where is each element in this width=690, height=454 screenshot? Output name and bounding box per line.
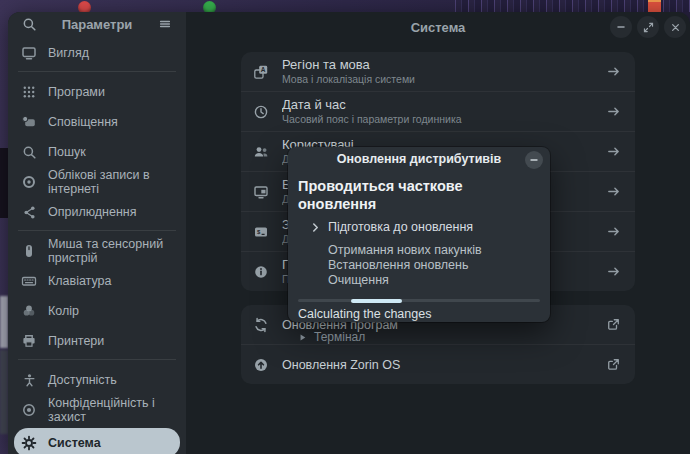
row-date-time[interactable]: Дата й час Часовий пояс і параметри годи… xyxy=(241,91,635,131)
sidebar-item-online-accounts[interactable]: Облікові записи в інтернеті xyxy=(14,170,180,194)
color-circles-icon xyxy=(21,303,37,319)
upgrade-step: Отримання нових пакунків xyxy=(310,242,540,257)
wallpaper-blob xyxy=(0,350,8,434)
step-label: Встановлення оновлень xyxy=(328,258,468,272)
online-accounts-icon xyxy=(21,174,37,190)
dialog-minimize-button[interactable] xyxy=(525,151,543,169)
printer-icon xyxy=(21,333,37,349)
sidebar-item-label: Оприлюднення xyxy=(48,205,137,219)
sidebar-item-color[interactable]: Колір xyxy=(14,299,180,323)
sidebar-item-label: Клавіатура xyxy=(48,274,112,288)
sidebar-item-label: Миша та сенсорний пристрій xyxy=(48,237,173,265)
sidebar-item-search[interactable]: Пошук xyxy=(14,140,180,164)
sidebar-item-accessibility[interactable]: Доступність xyxy=(14,368,180,392)
sidebar-item-label: Система xyxy=(48,436,101,450)
sidebar-item-applications[interactable]: Програми xyxy=(14,80,180,104)
window-controls xyxy=(610,16,686,38)
dialog-title: Оновлення дистрибутивів xyxy=(337,152,501,166)
upgrade-step-current: Підготовка до оновлення xyxy=(310,219,540,235)
apps-grid-icon xyxy=(21,84,37,100)
upgrade-step: Очищення xyxy=(310,272,540,287)
zorin-upgrade-icon xyxy=(253,357,269,373)
sidebar-item-system[interactable]: Система xyxy=(14,428,180,454)
close-icon xyxy=(669,21,682,34)
sidebar-nav: Вигляд Програми Сповіщення Пошук xyxy=(8,33,186,454)
arrow-right-icon xyxy=(606,144,621,159)
dialog-body: Проводиться часткове оновлення Підготовк… xyxy=(288,171,550,344)
main-menu-button[interactable] xyxy=(156,15,174,33)
mouse-icon xyxy=(21,243,37,259)
svg-text:A: A xyxy=(261,66,266,73)
privacy-icon xyxy=(21,402,37,418)
sidebar-item-notifications[interactable]: Сповіщення xyxy=(14,110,180,134)
clock-icon xyxy=(253,104,269,120)
sidebar-item-label: Конфіденційність і захист xyxy=(48,396,173,424)
upgrade-steps: Підготовка до оновлення Отримання нових … xyxy=(310,219,540,287)
arrow-right-icon xyxy=(606,104,621,119)
chevron-right-icon xyxy=(310,222,321,233)
minimize-button[interactable] xyxy=(610,16,632,38)
search-button[interactable] xyxy=(20,15,38,33)
terminal-icon: $ xyxy=(253,224,269,240)
users-icon xyxy=(253,144,269,160)
sidebar-item-privacy[interactable]: Конфіденційність і захист xyxy=(14,398,180,422)
accessibility-icon xyxy=(21,372,37,388)
terminal-expander[interactable]: Термінал xyxy=(298,330,540,344)
sidebar-divider xyxy=(18,359,176,360)
triangle-right-icon xyxy=(298,333,307,342)
info-icon xyxy=(253,264,269,280)
notifications-icon xyxy=(21,114,37,130)
wallpaper-ember xyxy=(648,0,661,12)
sidebar-item-appearance[interactable]: Вигляд xyxy=(14,41,180,65)
upgrade-progress-fill xyxy=(351,299,402,303)
sidebar-divider xyxy=(18,71,176,72)
sidebar: Параметри Вигляд Програми xyxy=(8,12,186,454)
display-icon xyxy=(21,45,37,61)
sidebar-item-label: Сповіщення xyxy=(48,115,118,129)
row-zorin-os-upgrade[interactable]: Оновлення Zorin OS xyxy=(241,344,635,384)
row-title: Оновлення Zorin OS xyxy=(282,358,593,372)
close-button[interactable] xyxy=(664,16,686,38)
sidebar-item-mouse-touchpad[interactable]: Миша та сенсорний пристрій xyxy=(14,239,180,263)
keyboard-icon xyxy=(21,273,37,289)
arrow-right-icon xyxy=(606,64,621,79)
minimize-icon xyxy=(614,20,628,34)
language-icon: A xyxy=(253,64,269,80)
main-headerbar: Система xyxy=(186,12,690,42)
software-update-icon xyxy=(253,317,269,333)
distribution-upgrade-dialog: Оновлення дистрибутивів Проводиться част… xyxy=(288,147,550,322)
gear-icon xyxy=(21,435,37,451)
dialog-header: Оновлення дистрибутивів xyxy=(288,147,550,171)
restore-icon xyxy=(642,21,655,34)
sidebar-item-keyboard[interactable]: Клавіатура xyxy=(14,269,180,293)
sidebar-title: Параметри xyxy=(44,17,150,32)
external-link-icon xyxy=(606,317,621,332)
wallpaper-blob xyxy=(0,296,8,348)
sidebar-item-label: Пошук xyxy=(48,145,86,159)
row-region-language[interactable]: A Регіон та мова Мова і локалізація сист… xyxy=(241,52,635,91)
step-label: Підготовка до оновлення xyxy=(328,220,473,234)
sidebar-item-sharing[interactable]: Оприлюднення xyxy=(14,200,180,224)
row-subtitle: Часовий пояс і параметри годинника xyxy=(282,113,593,125)
search-icon xyxy=(21,144,37,160)
step-label: Отримання нових пакунків xyxy=(328,243,482,257)
wallpaper-blob xyxy=(0,148,8,218)
share-icon xyxy=(21,204,37,220)
minimize-icon xyxy=(528,154,540,166)
sidebar-item-label: Доступність xyxy=(48,373,117,387)
upgrade-heading: Проводиться часткове оновлення xyxy=(298,177,540,213)
upgrade-progress-bar xyxy=(298,299,540,302)
arrow-right-icon xyxy=(606,264,621,279)
hamburger-menu-icon xyxy=(158,17,172,31)
search-icon xyxy=(22,17,37,32)
upgrade-step: Встановлення оновлень xyxy=(310,257,540,272)
sidebar-header: Параметри xyxy=(8,12,186,33)
sidebar-item-printers[interactable]: Принтери xyxy=(14,329,180,353)
sidebar-item-label: Колір xyxy=(48,304,79,318)
sidebar-item-label: Принтери xyxy=(48,334,104,348)
upgrade-status-text: Calculating the changes xyxy=(298,307,540,322)
sidebar-item-label: Облікові записи в інтернеті xyxy=(48,168,173,196)
arrow-right-icon xyxy=(606,184,621,199)
arrow-right-icon xyxy=(606,224,621,239)
restore-button[interactable] xyxy=(637,16,659,38)
